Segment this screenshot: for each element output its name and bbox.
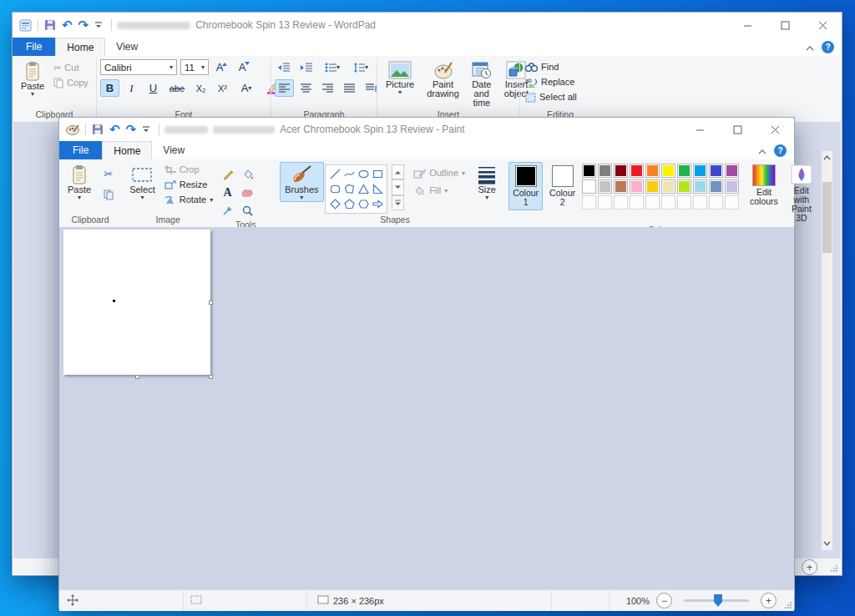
paint-tab-view[interactable]: View bbox=[152, 141, 195, 159]
subscript-button[interactable]: X₂ bbox=[191, 79, 210, 97]
palette-empty-slot[interactable] bbox=[645, 195, 660, 210]
brushes-button[interactable]: Brushes▾ bbox=[280, 162, 323, 202]
wordpad-tab-home[interactable]: Home bbox=[55, 38, 105, 56]
help-icon[interactable]: ? bbox=[774, 144, 787, 157]
palette-swatch[interactable] bbox=[598, 164, 612, 178]
palette-swatch[interactable] bbox=[709, 179, 723, 194]
fill-tool-icon[interactable] bbox=[238, 165, 257, 183]
qat-customize-icon[interactable] bbox=[94, 22, 103, 29]
font-size-select[interactable]: 11▾ bbox=[180, 59, 209, 75]
grow-font-button[interactable]: A bbox=[212, 58, 231, 76]
colour1-button[interactable]: Colour1 bbox=[508, 162, 543, 210]
palette-swatch[interactable] bbox=[582, 179, 596, 194]
maximize-button[interactable] bbox=[766, 13, 804, 38]
palette-swatch[interactable] bbox=[582, 164, 596, 178]
palette-empty-slot[interactable] bbox=[693, 195, 707, 210]
align-right-icon[interactable] bbox=[318, 79, 337, 97]
paint-canvas[interactable] bbox=[63, 230, 210, 375]
save-icon[interactable] bbox=[44, 19, 56, 31]
strikethrough-button[interactable]: abe bbox=[165, 79, 189, 97]
underline-button[interactable]: U bbox=[144, 79, 163, 97]
copy-icon[interactable] bbox=[99, 186, 118, 204]
resize-grip-icon[interactable] bbox=[785, 602, 792, 608]
palette-swatch[interactable] bbox=[614, 164, 628, 178]
magnifier-tool-icon[interactable] bbox=[238, 202, 257, 220]
date-time-button[interactable]: Date andtime bbox=[467, 58, 497, 109]
cut-button[interactable]: ✂Cut bbox=[52, 62, 90, 74]
gallery-more-icon[interactable] bbox=[392, 195, 404, 210]
picture-button[interactable]: Picture▾ bbox=[381, 58, 419, 97]
bold-button[interactable]: B bbox=[100, 79, 119, 97]
gallery-scroll-up-icon[interactable] bbox=[392, 164, 404, 179]
palette-swatch[interactable] bbox=[725, 179, 739, 194]
paint-canvas-area[interactable] bbox=[59, 228, 794, 589]
font-color-button[interactable]: A▾ bbox=[235, 79, 258, 97]
select-button[interactable]: Select▾ bbox=[124, 162, 160, 202]
zoom-slider[interactable] bbox=[684, 599, 749, 602]
paint-drawing-button[interactable]: Paintdrawing bbox=[422, 58, 464, 100]
collapse-ribbon-icon[interactable] bbox=[758, 143, 766, 158]
shape-right-triangle-icon[interactable] bbox=[371, 182, 384, 196]
paint-tab-home[interactable]: Home bbox=[102, 141, 152, 159]
scroll-up-icon[interactable] bbox=[823, 155, 831, 160]
palette-empty-slot[interactable] bbox=[725, 195, 739, 210]
palette-swatch[interactable] bbox=[693, 179, 707, 194]
italic-button[interactable]: I bbox=[122, 79, 141, 97]
color-picker-tool-icon[interactable] bbox=[218, 202, 237, 220]
shape-line-icon[interactable] bbox=[328, 167, 341, 181]
find-button[interactable]: Find bbox=[524, 61, 560, 73]
align-left-icon[interactable] bbox=[275, 79, 294, 97]
zoom-in-button[interactable]: + bbox=[761, 593, 777, 608]
paint-tab-file[interactable]: File bbox=[59, 141, 102, 159]
palette-empty-slot[interactable] bbox=[614, 195, 628, 210]
palette-empty-slot[interactable] bbox=[598, 195, 612, 210]
palette-swatch[interactable] bbox=[614, 179, 628, 194]
shape-polygon-icon[interactable] bbox=[342, 182, 356, 196]
wordpad-zoom-in-button[interactable]: + bbox=[802, 559, 817, 575]
palette-swatch[interactable] bbox=[677, 164, 691, 178]
palette-swatch[interactable] bbox=[630, 164, 644, 178]
text-tool-icon[interactable]: A bbox=[218, 184, 237, 201]
zoom-out-button[interactable]: − bbox=[656, 593, 672, 608]
shape-arrow-icon[interactable] bbox=[371, 197, 384, 211]
palette-swatch[interactable] bbox=[693, 164, 707, 178]
undo-icon[interactable]: ↶ bbox=[109, 124, 120, 135]
palette-swatch[interactable] bbox=[661, 179, 675, 194]
increase-indent-icon[interactable] bbox=[297, 58, 316, 76]
wordpad-tab-file[interactable]: File bbox=[13, 38, 55, 56]
palette-swatch[interactable] bbox=[677, 179, 691, 194]
outline-button[interactable]: Outline▾ bbox=[412, 167, 467, 179]
shape-hexagon-icon[interactable] bbox=[357, 197, 370, 211]
undo-icon[interactable]: ↶ bbox=[62, 19, 73, 31]
paste-button[interactable]: Paste▾ bbox=[16, 58, 49, 98]
select-all-button[interactable]: Select all bbox=[524, 91, 579, 104]
shrink-font-button[interactable]: A bbox=[235, 58, 254, 76]
palette-swatch[interactable] bbox=[630, 179, 644, 194]
rotate-button[interactable]: Rotate▾ bbox=[163, 194, 215, 206]
paint-app-icon[interactable] bbox=[66, 124, 79, 135]
palette-empty-slot[interactable] bbox=[661, 195, 675, 210]
close-button[interactable] bbox=[804, 13, 842, 38]
palette-empty-slot[interactable] bbox=[582, 195, 596, 210]
help-icon[interactable]: ? bbox=[822, 41, 834, 53]
fill-button[interactable]: Fill▾ bbox=[412, 184, 467, 197]
shape-rounded-rectangle-icon[interactable] bbox=[328, 182, 341, 196]
shape-pentagon-icon[interactable] bbox=[342, 197, 356, 211]
redo-icon[interactable]: ↷ bbox=[78, 19, 89, 31]
eraser-tool-icon[interactable] bbox=[238, 184, 257, 201]
qat-customize-icon[interactable] bbox=[142, 126, 150, 134]
justify-icon[interactable] bbox=[340, 79, 359, 97]
line-spacing-button[interactable]: ▾ bbox=[348, 58, 373, 76]
wordpad-vertical-scrollbar[interactable] bbox=[822, 151, 832, 550]
paste-button[interactable]: Paste▾ bbox=[63, 162, 96, 202]
wordpad-app-icon[interactable] bbox=[19, 19, 32, 32]
pencil-tool-icon[interactable] bbox=[218, 165, 237, 183]
canvas-resize-handle-right[interactable] bbox=[209, 300, 213, 305]
gallery-scroll-down-icon[interactable] bbox=[392, 179, 404, 194]
resize-button[interactable]: Resize bbox=[163, 179, 215, 191]
palette-empty-slot[interactable] bbox=[630, 195, 644, 210]
scrollbar-thumb[interactable] bbox=[822, 182, 832, 253]
minimize-button[interactable] bbox=[729, 13, 766, 38]
palette-swatch[interactable] bbox=[645, 179, 660, 194]
palette-swatch[interactable] bbox=[709, 164, 723, 178]
